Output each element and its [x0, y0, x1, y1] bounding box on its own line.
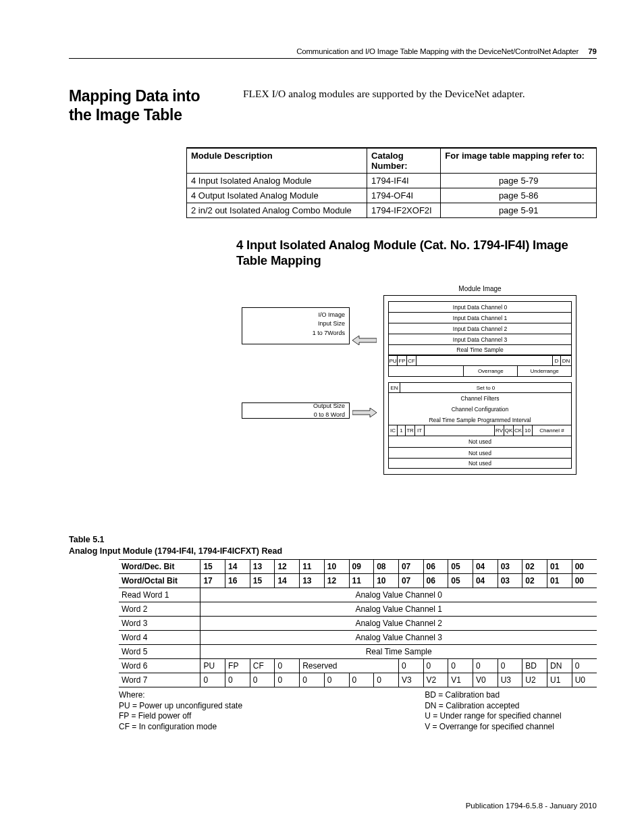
mi-row-bits: PU FP CF D DN — [388, 355, 572, 366]
catalog-table: Module Description Catalog Number: For i… — [186, 147, 597, 218]
subsection-heading: 4 Input Isolated Analog Module (Cat. No.… — [236, 237, 597, 268]
module-image-stack: Input Data Channel 0Input Data Channel 1… — [383, 295, 576, 475]
mi-row-ic: IC 1 TR IT RV QK CK 10 Channel # — [388, 425, 572, 436]
col-catalog-number: Catalog Number: — [367, 148, 441, 174]
mi-cell: Real Time Sample Programmed Interval — [388, 415, 572, 425]
mi-cell: Real Time Sample — [388, 344, 572, 355]
running-header: Communication and I/O Image Table Mappin… — [69, 47, 597, 59]
mi-cell: Input Data Channel 2 — [388, 323, 572, 334]
svg-marker-1 — [352, 408, 377, 417]
table-row: Word 5Real Time Sample — [119, 644, 597, 658]
table-row: 4 Output Isolated Analog Module1794-OF4I… — [187, 188, 597, 203]
mi-cell: Channel Configuration — [388, 404, 572, 415]
col-refer-to: For image table mapping refer to: — [441, 148, 597, 174]
table-row: 2 in/2 out Isolated Analog Combo Module1… — [187, 203, 597, 218]
page-number: 79 — [588, 47, 597, 55]
table-row: Word 2Analog Value Channel 1 — [119, 602, 597, 616]
section-heading: Mapping Data into the Image Table — [69, 87, 217, 124]
where-legend: Where:PU = Power up unconfigured stateFP… — [119, 690, 597, 732]
table-row: 4 Input Isolated Analog Module1794-IF4Ip… — [187, 174, 597, 188]
svg-marker-0 — [352, 336, 377, 345]
table-row: Read Word 1Analog Value Channel 0 — [119, 588, 597, 602]
arrow-left-icon — [352, 336, 377, 345]
table-row: Word 700000000V3V2V1V0U3U2U1U0 — [119, 673, 597, 687]
publication-footer: Publication 1794-6.5.8 - January 2010 — [466, 802, 597, 810]
output-size-box: Output Size 0 to 8 Word — [242, 402, 350, 419]
io-image-box: I/O Image Input Size 1 to 7Words — [242, 307, 350, 344]
mi-cell: Channel Filters — [388, 393, 572, 404]
table-5-1: Word/Dec. Bit151413121110090807060504030… — [119, 559, 597, 687]
module-image-title: Module Image — [383, 285, 576, 292]
mi-cell: Input Data Channel 1 — [388, 312, 572, 323]
col-module-description: Module Description — [187, 148, 367, 174]
module-image-diagram: Module Image I/O Image Input Size 1 to 7… — [242, 295, 578, 504]
table-5-1-caption: Table 5.1 Analog Input Module (1794-IF4I… — [69, 534, 597, 556]
chapter-title: Communication and I/O Image Table Mappin… — [296, 47, 579, 55]
mi-cell: Input Data Channel 3 — [388, 334, 572, 344]
mi-row-en: EN Set to 0 — [388, 382, 572, 393]
intro-text: FLEX I/O analog modules are supported by… — [243, 87, 525, 124]
table-row: Word 3Analog Value Channel 2 — [119, 616, 597, 630]
mi-cell: Input Data Channel 0 — [388, 301, 572, 312]
table-row: Word 6PUFPCF0Reserved00000BDDN0 — [119, 658, 597, 673]
mi-row-over-under: Overrange Underrange — [388, 366, 572, 377]
table-row: Word 4Analog Value Channel 3 — [119, 630, 597, 644]
arrow-right-icon — [352, 408, 377, 417]
